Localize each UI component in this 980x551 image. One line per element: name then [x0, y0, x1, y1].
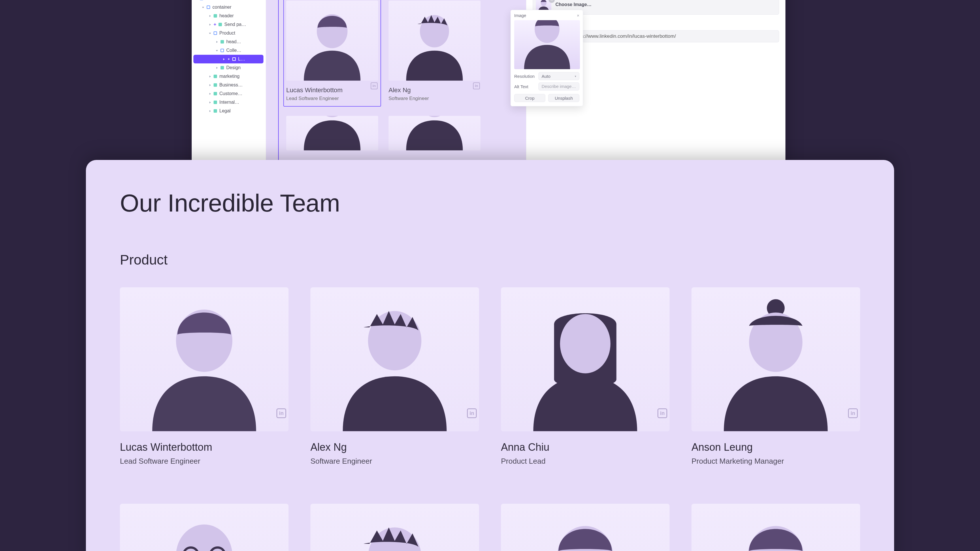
canvas-card[interactable]: Lucas WinterbottomLead Software Engineer… [283, 0, 381, 106]
caret-right-icon[interactable] [208, 92, 211, 95]
tree-item-product[interactable]: Product [193, 29, 263, 38]
caret-right-icon[interactable] [208, 110, 211, 113]
tree-item-custome-[interactable]: Custome… [193, 89, 263, 98]
caret-down-icon[interactable] [208, 32, 211, 35]
resolution-select[interactable]: Auto ▾ [538, 72, 579, 80]
close-icon[interactable]: × [577, 13, 579, 18]
caret-right-icon[interactable] [215, 41, 218, 43]
canvas-card[interactable]: Alex NgSoftware Engineerin [386, 0, 484, 106]
layer-type-icon [221, 40, 224, 43]
tree-item-label: section-our-team [205, 0, 240, 1]
layer-type-icon [218, 23, 222, 26]
page-title: Our Incredible Team [120, 189, 860, 217]
tree-item-label: Design [226, 65, 241, 70]
tree-item-label: Business… [220, 83, 243, 87]
member-photo [501, 287, 670, 431]
chevron-down-icon: ▾ [575, 75, 576, 78]
member-name: Anna Chiu [501, 441, 670, 453]
linkedin-icon[interactable]: in [467, 408, 477, 418]
layer-type-icon [200, 0, 203, 0]
linkedin-icon[interactable]: in [277, 408, 286, 418]
member-name: Lucas Winterbottom [120, 441, 288, 453]
tree-item-label: Internal… [220, 100, 239, 105]
member-photo [692, 504, 860, 551]
tree-item-label: Send pa… [224, 22, 246, 27]
tree-item-business-[interactable]: Business… [193, 81, 263, 89]
caret-right-icon[interactable] [208, 15, 211, 17]
tree-item-label: header [220, 13, 234, 19]
caret-right-icon[interactable] [222, 58, 225, 60]
tree-item-head-[interactable]: head… [193, 38, 263, 46]
member-photo [120, 504, 288, 551]
layer-type-icon [213, 32, 217, 35]
popover-image-preview[interactable] [514, 20, 580, 69]
canvas-card-partial[interactable] [386, 113, 484, 156]
canvas-card-row-2 [283, 113, 490, 156]
member-photo [501, 504, 670, 551]
layer-type-icon [221, 66, 224, 70]
tree-item-label: container [212, 5, 231, 10]
tree-item-header[interactable]: header [193, 11, 263, 20]
tree-item-label: Legal [220, 108, 231, 114]
crop-button[interactable]: Crop [514, 94, 545, 102]
card-photo [286, 1, 378, 81]
tree-item-internal-[interactable]: Internal… [193, 98, 263, 106]
tree-item-l-[interactable]: ✦L… [193, 55, 263, 64]
member-photo [120, 287, 288, 431]
team-card [120, 504, 288, 551]
tree-item-design[interactable]: Design [193, 64, 263, 72]
caret-right-icon[interactable] [208, 101, 211, 104]
member-role: Lead Software Engineer [120, 457, 288, 466]
caret-down-icon[interactable] [215, 49, 218, 52]
popover-title: Image [514, 13, 526, 18]
member-role: Product Marketing Manager [692, 457, 860, 466]
caret-right-icon[interactable] [208, 75, 211, 78]
member-photo [692, 287, 860, 431]
caret-down-icon[interactable] [202, 6, 204, 9]
canvas-card-row: Lucas WinterbottomLead Software Engineer… [283, 0, 490, 106]
layer-type-icon [232, 57, 236, 61]
member-photo [310, 287, 479, 431]
team-card [692, 504, 860, 551]
team-card: Anson LeungProduct Marketing Managerin [692, 287, 860, 466]
linkedin-icon[interactable]: in [848, 408, 858, 418]
tree-item-label: head… [226, 39, 241, 44]
card-name: Alex Ng [388, 86, 480, 94]
caret-right-icon[interactable] [215, 67, 218, 69]
tree-item-marketing[interactable]: marketing [193, 72, 263, 81]
linkedin-icon[interactable]: in [657, 408, 667, 418]
linkedin-icon[interactable]: in [371, 83, 378, 89]
tree-item-label: marketing [220, 74, 240, 79]
unsplash-button[interactable]: Unsplash [548, 94, 579, 102]
tree-item-label: Colle… [226, 48, 241, 53]
card-name: Lucas Winterbottom [286, 86, 378, 94]
tree-item-colle-[interactable]: Colle… [193, 46, 263, 55]
tree-item-section-our-team[interactable]: section-our-team [193, 0, 263, 3]
layer-type-icon [213, 109, 217, 113]
card-photo [388, 1, 480, 81]
alt-text-placeholder: Describe image… [542, 84, 576, 89]
canvas-card-partial[interactable] [283, 113, 381, 156]
alt-text-input[interactable]: Describe image… [538, 83, 579, 91]
tree-item-label: L… [238, 57, 245, 62]
resolution-label: Resolution [514, 74, 536, 79]
image-popover: Image × Resolution Auto ▾ Alt Text Descr… [511, 10, 583, 106]
tree-item-send-pa-[interactable]: +Send pa… [193, 20, 263, 29]
layer-type-icon [213, 92, 217, 95]
alt-text-label: Alt Text [514, 84, 536, 89]
linkedin-icon[interactable]: in [473, 83, 480, 89]
tree-item-legal[interactable]: Legal [193, 106, 263, 115]
team-card [310, 504, 479, 551]
member-role: Software Engineer [310, 457, 479, 466]
layer-type-icon [213, 83, 217, 87]
layer-type-icon [213, 75, 217, 78]
tree-item-label: Product [220, 30, 235, 36]
tree-item-container[interactable]: container [193, 3, 263, 11]
caret-right-icon[interactable] [208, 23, 211, 26]
section-heading: Product [120, 252, 860, 268]
add-icon[interactable]: + [213, 22, 216, 27]
caret-right-icon[interactable] [208, 84, 211, 86]
card-role: Software Engineer [388, 96, 480, 102]
member-role: Product Lead [501, 457, 670, 466]
team-card: Lucas WinterbottomLead Software Engineer… [120, 287, 288, 466]
